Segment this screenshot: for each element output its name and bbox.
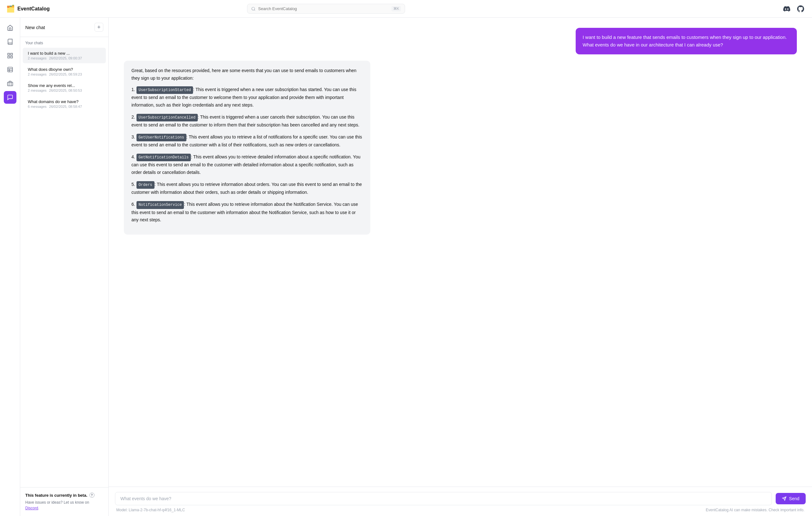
- logo-icon: 🗂️: [6, 5, 15, 13]
- nav-home-icon[interactable]: [4, 22, 17, 34]
- new-chat-bar: New chat +: [20, 18, 108, 37]
- event-code-tag: GetUserNotifications: [137, 134, 186, 141]
- chat-list-item[interactable]: Show me any events rel... 2 messages 26/…: [23, 80, 106, 96]
- event-item: 5. Orders: This event allows you to retr…: [132, 181, 363, 196]
- input-row: Send: [115, 492, 806, 505]
- chat-item-messages: 6 messages: [28, 105, 47, 108]
- event-item: 6. NotificationService: This event allow…: [132, 201, 363, 224]
- event-item: 2. UserSubscriptionCancelled: This event…: [132, 113, 363, 129]
- nav-id-icon[interactable]: [4, 77, 17, 90]
- chat-item-date: 26/02/2025, 08:50:53: [49, 88, 82, 92]
- svg-rect-3: [10, 53, 12, 55]
- discord-icon[interactable]: [782, 4, 792, 14]
- user-message: I want to build a new feature that sends…: [124, 28, 797, 54]
- messages-area: I want to build a new feature that sends…: [109, 18, 812, 487]
- chat-sidebar: New chat + Your chats I want to build a …: [20, 18, 109, 516]
- chat-item-meta: 2 messages 26/02/2025, 09:00:37: [28, 56, 101, 60]
- event-number: 3.: [132, 134, 137, 139]
- event-number: 6.: [132, 202, 137, 207]
- search-shortcut: ⌘K: [392, 6, 401, 11]
- search-bar[interactable]: ⌘K: [247, 4, 405, 13]
- chat-item-meta: 2 messages 26/02/2025, 08:59:23: [28, 73, 101, 76]
- nav-book-icon[interactable]: [4, 35, 17, 48]
- nav-table-icon[interactable]: [4, 63, 17, 76]
- chat-item-messages: 2 messages: [28, 88, 47, 92]
- chat-item-title: Show me any events rel...: [28, 83, 91, 88]
- footer-text: Have issues or ideas? Let us know on Dis…: [25, 499, 103, 511]
- svg-rect-6: [7, 67, 12, 72]
- nav-grid-icon[interactable]: [4, 49, 17, 62]
- svg-rect-4: [10, 56, 12, 58]
- chat-list-item[interactable]: What domains do we have? 6 messages 26/0…: [23, 96, 106, 112]
- chat-list-item[interactable]: What does dboyne own? 2 messages 26/02/2…: [23, 64, 106, 79]
- event-number: 2.: [132, 114, 137, 119]
- event-item: 3. GetUserNotifications: This event allo…: [132, 133, 363, 149]
- event-code-tag: GetNotificationDetails: [137, 154, 191, 161]
- chat-item-meta: 6 messages 26/02/2025, 08:58:47: [28, 105, 101, 108]
- chat-item-date: 26/02/2025, 09:00:37: [49, 56, 82, 60]
- chat-input[interactable]: [115, 492, 772, 505]
- help-icon[interactable]: ?: [89, 493, 94, 498]
- app-name: EventCatalog: [18, 6, 50, 12]
- user-bubble: I want to build a new feature that sends…: [576, 28, 797, 54]
- event-item: 1. UserSubscriptionStarted: This event i…: [132, 86, 363, 109]
- new-chat-button[interactable]: +: [94, 23, 103, 32]
- ai-message: Great, based on the resources provided, …: [124, 61, 797, 235]
- icon-sidebar: [0, 18, 20, 516]
- send-button[interactable]: Send: [776, 493, 806, 504]
- chat-item-title: I want to build a new ...: [28, 51, 91, 56]
- footer-title: This feature is currently in beta. ?: [25, 493, 103, 498]
- chat-list-item[interactable]: I want to build a new ... 2 messages 26/…: [23, 48, 106, 63]
- chat-item-meta: 2 messages 26/02/2025, 08:50:53: [28, 88, 101, 92]
- discord-link[interactable]: Discord: [25, 506, 38, 510]
- chat-item-messages: 2 messages: [28, 73, 47, 76]
- chat-item-title: What domains do we have?: [28, 99, 91, 104]
- your-chats-label: Your chats: [20, 37, 108, 47]
- event-list: 1. UserSubscriptionStarted: This event i…: [132, 86, 363, 224]
- ai-intro: Great, based on the resources provided, …: [132, 67, 363, 82]
- chat-item-date: 26/02/2025, 08:58:47: [49, 105, 82, 108]
- ai-bubble: Great, based on the resources provided, …: [124, 61, 370, 235]
- nav-chat-icon[interactable]: [4, 91, 17, 104]
- main-content: I want to build a new feature that sends…: [109, 18, 812, 516]
- event-code-tag: UserSubscriptionCancelled: [137, 114, 198, 121]
- search-input[interactable]: [258, 6, 389, 11]
- svg-rect-2: [7, 53, 9, 55]
- top-bar-right: [782, 4, 806, 14]
- chat-item-messages: 2 messages: [28, 56, 47, 60]
- disclaimer-label: EventCatalog AI can make mistakes. Check…: [706, 508, 805, 512]
- event-number: 1.: [132, 87, 137, 92]
- new-chat-label: New chat: [25, 25, 45, 30]
- input-footer: Model: Llama-2-7b-chat-hf-q4f16_1-MLC Ev…: [115, 505, 806, 514]
- event-number: 4.: [132, 154, 137, 159]
- event-code-tag: Orders: [137, 181, 154, 189]
- send-label: Send: [789, 496, 800, 501]
- event-number: 5.: [132, 182, 137, 187]
- input-area: Send Model: Llama-2-7b-chat-hf-q4f16_1-M…: [109, 487, 812, 516]
- event-code-tag: NotificationService: [137, 201, 184, 209]
- chat-item-title: What does dboyne own?: [28, 67, 91, 72]
- event-code-tag: UserSubscriptionStarted: [137, 86, 193, 94]
- send-icon: [782, 496, 786, 501]
- svg-point-0: [252, 7, 255, 10]
- svg-rect-5: [7, 56, 9, 58]
- event-item: 4. GetNotificationDetails: This event al…: [132, 153, 363, 176]
- event-description: : This event allows you to retrieve info…: [132, 182, 362, 195]
- app-logo: 🗂️ EventCatalog: [6, 5, 57, 13]
- search-icon: [251, 7, 256, 11]
- github-icon[interactable]: [795, 4, 806, 14]
- chat-list: I want to build a new ... 2 messages 26/…: [20, 47, 108, 487]
- model-label: Model: Llama-2-7b-chat-hf-q4f16_1-MLC: [116, 508, 185, 512]
- top-bar: 🗂️ EventCatalog ⌘K: [0, 0, 812, 18]
- sidebar-footer: This feature is currently in beta. ? Hav…: [20, 487, 108, 516]
- chat-item-date: 26/02/2025, 08:59:23: [49, 73, 82, 76]
- svg-line-1: [254, 9, 255, 10]
- svg-rect-10: [7, 82, 12, 86]
